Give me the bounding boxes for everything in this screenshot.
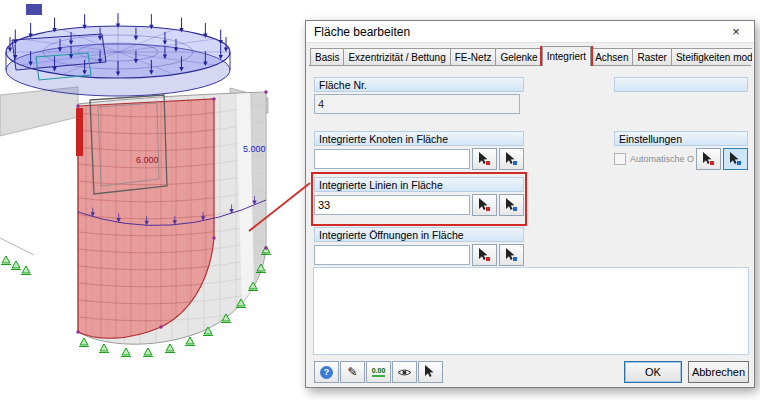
- tab-basis[interactable]: Basis: [310, 48, 344, 66]
- comment-button[interactable]: ✎: [340, 361, 365, 383]
- integrated-lines-input[interactable]: [314, 195, 470, 215]
- tab-steifigkeiten-modifizieren[interactable]: Steifigkeiten modifizieren: [671, 48, 752, 66]
- pick-openings-multi-button[interactable]: [499, 244, 524, 266]
- tab-integriert[interactable]: Integriert: [542, 46, 591, 66]
- dialog-titlebar[interactable]: Fläche bearbeiten ×: [306, 21, 754, 43]
- select-arrow-red-icon: [478, 198, 491, 212]
- dialog-title: Fläche bearbeiten: [306, 25, 718, 39]
- pencil-icon: ✎: [347, 366, 357, 378]
- close-icon[interactable]: ×: [718, 21, 754, 43]
- tabstrip: Basis Exzentrizität / Bettung FE-Netz Ge…: [310, 46, 752, 66]
- integrated-nodes-input[interactable]: [314, 149, 470, 169]
- decimal-places-button[interactable]: 0.00: [366, 361, 391, 383]
- select-arrow-blue-icon: [505, 248, 518, 262]
- select-arrow-blue-icon: [729, 152, 742, 166]
- group-integrated-nodes-header: Integrierte Knoten in Fläche: [314, 131, 524, 146]
- eye-icon: [397, 367, 412, 378]
- pick-lines-button[interactable]: [472, 194, 497, 216]
- auto-detection-label: Automatische Objekterkennung: [630, 154, 694, 164]
- dimension-label-6: 6.000: [136, 155, 159, 165]
- select-arrow-blue-icon: [505, 152, 518, 166]
- group-integrated-lines-header: Integrierte Linien in Fläche: [314, 177, 524, 192]
- group-settings: Einstellungen Automatische Objekterkennu…: [614, 131, 748, 170]
- slab-left-face: [0, 87, 78, 136]
- group-empty-header: [614, 77, 748, 92]
- settings-pick-all-button[interactable]: [723, 148, 748, 170]
- group-settings-header: Einstellungen: [614, 131, 748, 146]
- ok-button[interactable]: OK: [624, 361, 682, 383]
- select-arrow-red-icon: [478, 152, 491, 166]
- group-surface-number: Fläche Nr.: [314, 77, 524, 114]
- tab-fe-netz[interactable]: FE-Netz: [450, 48, 497, 66]
- visibility-button[interactable]: [392, 361, 417, 383]
- help-button[interactable]: ?: [314, 361, 339, 383]
- select-arrow-blue-icon: [505, 198, 518, 212]
- group-integrated-openings-header: Integrierte Öffnungen in Fläche: [314, 227, 524, 242]
- tab-gelenke[interactable]: Gelenke: [495, 48, 542, 66]
- pick-lines-multi-button[interactable]: [499, 194, 524, 216]
- dimension-label-5: 5.000: [243, 144, 266, 154]
- group-integrated-openings: Integrierte Öffnungen in Fläche: [314, 227, 524, 266]
- hidden-edge: [0, 238, 34, 255]
- surface-number-input[interactable]: [314, 94, 520, 114]
- tab-achsen[interactable]: Achsen: [590, 48, 633, 66]
- cancel-button[interactable]: Abbrechen: [688, 361, 749, 383]
- tab-exzentrizitaet-bettung[interactable]: Exzentrizität / Bettung: [343, 48, 450, 66]
- auto-detection-checkbox[interactable]: [614, 153, 626, 165]
- group-surface-number-header: Fläche Nr.: [314, 77, 524, 92]
- auto-detection-checkbox-row[interactable]: Automatische Objekterkennung: [614, 153, 694, 165]
- model-viewport[interactable]: 6.000 5.000: [0, 0, 310, 400]
- group-integrated-nodes: Integrierte Knoten in Fläche: [314, 131, 524, 170]
- comment-panel: [313, 267, 749, 355]
- select-arrow-red-icon: [702, 152, 715, 166]
- pick-object-button[interactable]: [418, 361, 443, 383]
- decimals-icon: 0.00: [372, 367, 386, 377]
- tab-content-divider: [309, 65, 751, 66]
- pick-nodes-multi-button[interactable]: [499, 148, 524, 170]
- settings-pick-button[interactable]: [696, 148, 721, 170]
- app-stage: 6.000 5.000 Fläche bearbeiten × Basis Ex…: [0, 0, 760, 400]
- tab-raster[interactable]: Raster: [632, 48, 671, 66]
- red-edge-member: [76, 108, 83, 156]
- solid-block: [26, 4, 42, 15]
- pick-openings-button[interactable]: [472, 244, 497, 266]
- pick-nodes-button[interactable]: [472, 148, 497, 170]
- select-arrow-icon: [424, 365, 437, 379]
- integrated-openings-input[interactable]: [314, 245, 470, 265]
- info-icon: ?: [320, 366, 333, 379]
- select-arrow-red-icon: [478, 248, 491, 262]
- group-integrated-lines: Integrierte Linien in Fläche: [314, 177, 524, 216]
- edit-surface-dialog: Fläche bearbeiten × Basis Exzentrizität …: [305, 20, 755, 388]
